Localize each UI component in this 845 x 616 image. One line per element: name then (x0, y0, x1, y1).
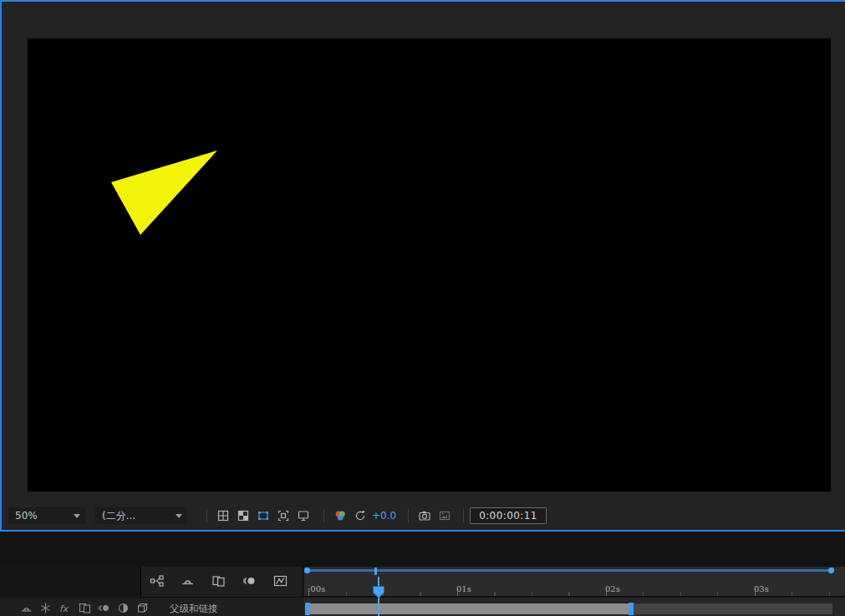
motion-blur-icon (242, 574, 257, 588)
viewer-toolbar: 50% (二分... (8, 506, 845, 526)
region-of-interest-button[interactable] (273, 507, 293, 525)
exposure-value[interactable]: +0.0 (372, 510, 396, 522)
work-area-bar[interactable] (307, 603, 632, 614)
graph-editor-toggle[interactable] (271, 573, 289, 589)
grid-guides-icon (216, 509, 230, 522)
layer-switches-header: fx (20, 602, 149, 614)
navigator-end-handle[interactable] (828, 568, 834, 573)
navigator-start-handle[interactable] (304, 568, 310, 573)
composition-frame[interactable] (28, 38, 831, 491)
fx-icon[interactable]: fx (59, 602, 72, 614)
navigator-playhead-tick (374, 568, 377, 575)
rgb-channels-icon (333, 509, 347, 522)
ruler-label-2s: 02s (605, 584, 620, 593)
parent-link-column-header[interactable]: 父级和链接 (170, 603, 218, 615)
reset-exposure-icon (354, 509, 367, 522)
timeline-panel: :00s 01s 02s 03s fx (0, 567, 845, 616)
timeline-navigator[interactable] (306, 569, 834, 572)
show-channels-button[interactable] (330, 507, 350, 525)
preview-monitor-button[interactable] (293, 507, 313, 525)
ruler-label-3s: 03s (754, 584, 769, 593)
toolbar-divider (463, 509, 464, 522)
timeline-toggle-bar (147, 573, 289, 589)
collapse-transformations-icon[interactable] (39, 602, 52, 614)
shy-icon (181, 574, 195, 588)
preview-timecode-field[interactable]: 0:00:00:11 (470, 507, 547, 524)
shy-layers-toggle[interactable] (178, 573, 196, 589)
adjustment-layer-icon[interactable] (117, 602, 130, 614)
take-snapshot-button[interactable] (415, 507, 435, 525)
show-snapshot-button[interactable] (435, 507, 455, 525)
work-area-start-handle[interactable] (305, 603, 310, 615)
chevron-down-icon (176, 514, 182, 518)
grid-guides-button[interactable] (213, 507, 233, 525)
magnification-value: 50% (15, 510, 38, 522)
camera-icon (418, 509, 431, 522)
work-area-row (304, 597, 845, 616)
graph-editor-icon (273, 574, 288, 588)
ruler-label-0s: :00s (308, 584, 325, 593)
chevron-down-icon (74, 514, 80, 518)
preview-monitor-icon (297, 509, 310, 522)
time-ruler[interactable]: :00s 01s 02s 03s (304, 567, 845, 597)
toolbar-divider (323, 509, 324, 522)
resolution-dropdown[interactable]: (二分... (95, 507, 187, 524)
toolbar-divider (408, 509, 409, 522)
3d-layer-icon[interactable] (136, 602, 149, 614)
work-area-end-handle[interactable] (629, 603, 634, 615)
show-snapshot-icon (438, 509, 451, 522)
mask-visibility-toggle[interactable] (253, 507, 273, 525)
motion-blur-column-icon[interactable] (98, 602, 110, 614)
playhead-icon (373, 586, 384, 599)
composition-viewer-panel: 50% (二分... (0, 0, 845, 532)
mini-flowchart-icon (150, 574, 164, 588)
playhead-handle[interactable] (373, 586, 384, 603)
timeline-columns-row: fx 父级和链 (0, 597, 304, 616)
region-of-interest-icon (277, 509, 290, 522)
toolbar-divider (206, 509, 207, 522)
frame-blend-column-icon[interactable] (79, 602, 91, 614)
ruler-label-1s: 01s (456, 584, 471, 593)
timeline-header-left[interactable] (0, 567, 141, 596)
fx-label: fx (59, 603, 69, 614)
transparency-grid-icon (237, 509, 250, 522)
shy-column-icon[interactable] (20, 602, 33, 614)
mini-flowchart-button[interactable] (147, 573, 165, 589)
transparency-grid-button[interactable] (233, 507, 253, 525)
yellow-triangle-shape[interactable] (111, 150, 217, 235)
resolution-value: (二分... (102, 509, 135, 523)
magnification-dropdown[interactable]: 50% (8, 507, 85, 524)
frame-blend-toggle[interactable] (209, 573, 227, 589)
after-effects-window: 50% (二分... (0, 0, 845, 616)
reset-exposure-button[interactable] (350, 507, 370, 525)
motion-blur-toggle[interactable] (240, 573, 258, 589)
mask-visibility-icon (257, 509, 270, 522)
composition-canvas (28, 38, 831, 491)
frame-blend-icon (211, 574, 226, 588)
